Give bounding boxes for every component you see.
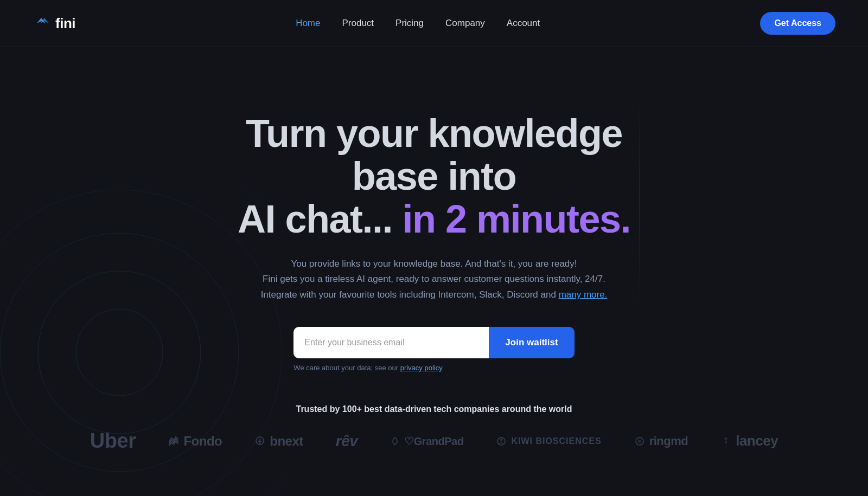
hero-section: Turn your knowledge base into AI chat...… xyxy=(0,47,868,372)
logo-text: fini xyxy=(55,15,75,32)
logo-icon xyxy=(33,14,52,33)
logo-ringmd: ringmd xyxy=(634,434,688,448)
logo-bnext: bnext xyxy=(254,434,303,449)
bnext-text: bnext xyxy=(270,434,303,449)
hero-subtitle: You provide links to your knowledge base… xyxy=(261,256,608,304)
kiwi-text: KIWI BIOSCIENCES xyxy=(511,436,601,446)
logo-lancey: lancey xyxy=(720,433,778,449)
nav-item-home[interactable]: Home xyxy=(296,18,320,29)
grandpad-icon xyxy=(390,436,400,446)
bnext-icon xyxy=(254,436,265,447)
nav-link-account[interactable]: Account xyxy=(507,18,540,28)
nav-link-company[interactable]: Company xyxy=(445,18,485,28)
logo-grandpad: ♡GrandPad xyxy=(390,435,463,448)
hero-title-part1: Turn your knowledge base into xyxy=(246,112,622,198)
hero-subtitle-line3-pre: Integrate with your favourite tools incl… xyxy=(261,289,559,300)
join-waitlist-button[interactable]: Join waitlist xyxy=(489,327,574,358)
svg-point-9 xyxy=(638,440,641,443)
nav-item-account[interactable]: Account xyxy=(507,18,540,29)
nav-right: Get Access xyxy=(760,12,835,35)
privacy-policy-link[interactable]: privacy policy xyxy=(400,364,443,372)
logo-fondo: Fondo xyxy=(168,434,222,449)
trusted-logos: Uber Fondo bnext rêv xyxy=(0,429,868,453)
lancey-icon xyxy=(720,436,731,447)
trusted-section: Trusted by 100+ best data-driven tech co… xyxy=(0,404,868,453)
nav-link-pricing[interactable]: Pricing xyxy=(395,18,424,28)
form-privacy: We care about your data; see our privacy… xyxy=(293,364,574,372)
navbar: fini Home Product Pricing Company Accoun… xyxy=(0,0,868,47)
trusted-title: Trusted by 100+ best data-driven tech co… xyxy=(0,404,868,414)
ringmd-text: ringmd xyxy=(649,434,688,448)
hero-title-accent: in 2 minutes. xyxy=(402,197,630,241)
email-form-wrapper: Join waitlist We care about your data; s… xyxy=(293,303,574,372)
logo[interactable]: fini xyxy=(33,14,75,33)
kiwi-icon xyxy=(496,436,507,447)
lancey-text: lancey xyxy=(736,433,778,449)
nav-link-product[interactable]: Product xyxy=(342,18,374,28)
hero-title-part2: AI chat... xyxy=(238,197,403,241)
nav-item-pricing[interactable]: Pricing xyxy=(395,18,424,29)
fondo-icon xyxy=(168,436,179,447)
svg-point-7 xyxy=(500,438,503,441)
privacy-pre-text: We care about your data; see our xyxy=(293,364,400,372)
nav-link-home[interactable]: Home xyxy=(296,18,320,28)
uber-text: Uber xyxy=(90,429,136,453)
rev-text: rêv xyxy=(336,433,358,450)
hero-title: Turn your knowledge base into AI chat...… xyxy=(212,112,656,241)
logo-kiwi-biosciences: KIWI BIOSCIENCES xyxy=(496,436,601,447)
ringmd-icon xyxy=(634,436,645,447)
nav-item-product[interactable]: Product xyxy=(342,18,374,29)
fondo-text: Fondo xyxy=(183,434,222,449)
email-input[interactable] xyxy=(293,327,489,358)
hero-subtitle-link[interactable]: many more. xyxy=(559,289,608,300)
hero-subtitle-line1: You provide links to your knowledge base… xyxy=(291,259,577,269)
logo-rev: rêv xyxy=(336,433,358,450)
nav-item-company[interactable]: Company xyxy=(445,18,485,29)
nav-links: Home Product Pricing Company Account xyxy=(296,18,540,29)
email-form: Join waitlist xyxy=(293,327,574,358)
hero-subtitle-line2: Fini gets you a tireless AI agent, ready… xyxy=(263,274,605,284)
grandpad-text: ♡GrandPad xyxy=(404,435,463,448)
get-access-button[interactable]: Get Access xyxy=(760,12,835,35)
logo-uber: Uber xyxy=(90,429,136,453)
